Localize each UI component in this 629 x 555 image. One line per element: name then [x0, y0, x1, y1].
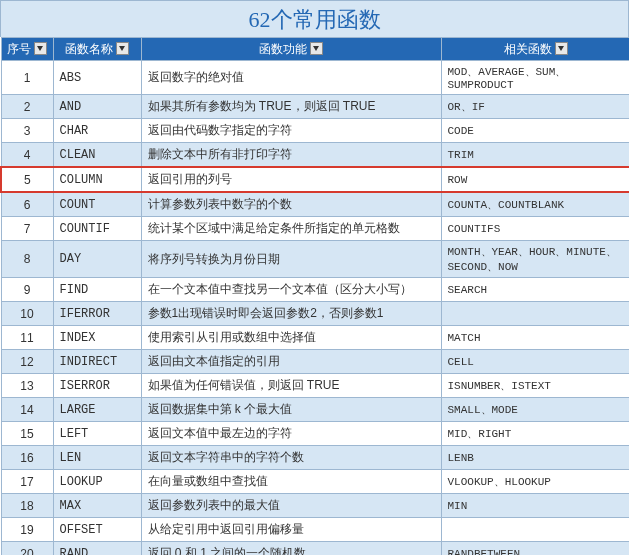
cell-rel [441, 302, 629, 326]
cell-func: 如果其所有参数均为 TRUE，则返回 TRUE [141, 95, 441, 119]
cell-rel: CELL [441, 350, 629, 374]
function-table: 序号 函数名称 函数功能 相关函数 1ABS返回数字的绝对值MOD、AVERAG… [0, 37, 629, 555]
cell-func: 返回数据集中第 k 个最大值 [141, 398, 441, 422]
cell-name: COUNTIF [53, 217, 141, 241]
cell-rel: TRIM [441, 143, 629, 168]
cell-name: DAY [53, 241, 141, 278]
cell-name: INDEX [53, 326, 141, 350]
cell-seq: 9 [1, 278, 53, 302]
cell-name: CHAR [53, 119, 141, 143]
cell-seq: 5 [1, 167, 53, 192]
table-row: 7COUNTIF统计某个区域中满足给定条件所指定的单元格数COUNTIFS [1, 217, 629, 241]
filter-dropdown-icon[interactable] [34, 42, 47, 55]
cell-rel: MONTH、YEAR、HOUR、MINUTE、SECOND、NOW [441, 241, 629, 278]
filter-dropdown-icon[interactable] [555, 42, 568, 55]
cell-seq: 2 [1, 95, 53, 119]
cell-rel: COUNTA、COUNTBLANK [441, 192, 629, 217]
table-row: 10IFERROR参数1出现错误时即会返回参数2，否则参数1 [1, 302, 629, 326]
cell-rel: SMALL、MODE [441, 398, 629, 422]
cell-func: 返回引用的列号 [141, 167, 441, 192]
cell-rel: MATCH [441, 326, 629, 350]
table-row: 17LOOKUP在向量或数组中查找值VLOOKUP、HLOOKUP [1, 470, 629, 494]
table-row: 13ISERROR如果值为任何错误值，则返回 TRUEISNUMBER、ISTE… [1, 374, 629, 398]
cell-seq: 6 [1, 192, 53, 217]
cell-name: CLEAN [53, 143, 141, 168]
cell-seq: 19 [1, 518, 53, 542]
table-row: 4CLEAN删除文本中所有非打印字符TRIM [1, 143, 629, 168]
cell-name: ABS [53, 61, 141, 95]
cell-rel: MIN [441, 494, 629, 518]
cell-name: LOOKUP [53, 470, 141, 494]
table-row: 9FIND在一个文本值中查找另一个文本值（区分大小写）SEARCH [1, 278, 629, 302]
table-row: 19OFFSET从给定引用中返回引用偏移量 [1, 518, 629, 542]
cell-func: 返回由文本值指定的引用 [141, 350, 441, 374]
table-row: 11INDEX使用索引从引用或数组中选择值MATCH [1, 326, 629, 350]
table-row: 3CHAR返回由代码数字指定的字符CODE [1, 119, 629, 143]
cell-func: 将序列号转换为月份日期 [141, 241, 441, 278]
header-rel[interactable]: 相关函数 [441, 38, 629, 61]
cell-func: 从给定引用中返回引用偏移量 [141, 518, 441, 542]
cell-name: MAX [53, 494, 141, 518]
cell-name: LEN [53, 446, 141, 470]
cell-func: 返回由代码数字指定的字符 [141, 119, 441, 143]
cell-rel: COUNTIFS [441, 217, 629, 241]
cell-name: LARGE [53, 398, 141, 422]
cell-seq: 13 [1, 374, 53, 398]
header-name[interactable]: 函数名称 [53, 38, 141, 61]
cell-seq: 14 [1, 398, 53, 422]
cell-seq: 17 [1, 470, 53, 494]
cell-seq: 3 [1, 119, 53, 143]
cell-name: FIND [53, 278, 141, 302]
header-func[interactable]: 函数功能 [141, 38, 441, 61]
cell-name: ISERROR [53, 374, 141, 398]
cell-func: 计算参数列表中数字的个数 [141, 192, 441, 217]
table-row: 18MAX返回参数列表中的最大值MIN [1, 494, 629, 518]
cell-func: 使用索引从引用或数组中选择值 [141, 326, 441, 350]
cell-rel: MID、RIGHT [441, 422, 629, 446]
cell-rel: SEARCH [441, 278, 629, 302]
cell-func: 在一个文本值中查找另一个文本值（区分大小写） [141, 278, 441, 302]
cell-name: AND [53, 95, 141, 119]
cell-name: LEFT [53, 422, 141, 446]
filter-dropdown-icon[interactable] [310, 42, 323, 55]
cell-name: OFFSET [53, 518, 141, 542]
cell-name: INDIRECT [53, 350, 141, 374]
table-row: 2AND如果其所有参数均为 TRUE，则返回 TRUEOR、IF [1, 95, 629, 119]
cell-name: COLUMN [53, 167, 141, 192]
cell-rel: CODE [441, 119, 629, 143]
cell-name: COUNT [53, 192, 141, 217]
cell-func: 返回数字的绝对值 [141, 61, 441, 95]
cell-rel [441, 518, 629, 542]
cell-func: 在向量或数组中查找值 [141, 470, 441, 494]
page-title: 62个常用函数 [0, 0, 629, 37]
table-header-row: 序号 函数名称 函数功能 相关函数 [1, 38, 629, 61]
cell-func: 如果值为任何错误值，则返回 TRUE [141, 374, 441, 398]
cell-name: RAND [53, 542, 141, 556]
cell-seq: 4 [1, 143, 53, 168]
cell-seq: 12 [1, 350, 53, 374]
cell-func: 删除文本中所有非打印字符 [141, 143, 441, 168]
cell-func: 返回文本值中最左边的字符 [141, 422, 441, 446]
filter-dropdown-icon[interactable] [116, 42, 129, 55]
header-seq[interactable]: 序号 [1, 38, 53, 61]
cell-rel: LENB [441, 446, 629, 470]
table-row: 20RAND返回 0 和 1 之间的一个随机数RANDBETWEEN [1, 542, 629, 556]
cell-func: 返回 0 和 1 之间的一个随机数 [141, 542, 441, 556]
cell-func: 返回参数列表中的最大值 [141, 494, 441, 518]
cell-seq: 11 [1, 326, 53, 350]
cell-rel: OR、IF [441, 95, 629, 119]
cell-rel: ISNUMBER、ISTEXT [441, 374, 629, 398]
table-row: 1ABS返回数字的绝对值MOD、AVERAGE、SUM、SUMPRODUCT [1, 61, 629, 95]
cell-seq: 15 [1, 422, 53, 446]
cell-seq: 8 [1, 241, 53, 278]
table-row: 12INDIRECT返回由文本值指定的引用CELL [1, 350, 629, 374]
table-row: 15LEFT返回文本值中最左边的字符MID、RIGHT [1, 422, 629, 446]
cell-rel: RANDBETWEEN [441, 542, 629, 556]
cell-seq: 16 [1, 446, 53, 470]
cell-seq: 10 [1, 302, 53, 326]
table-row: 8DAY将序列号转换为月份日期MONTH、YEAR、HOUR、MINUTE、SE… [1, 241, 629, 278]
cell-seq: 7 [1, 217, 53, 241]
cell-rel: ROW [441, 167, 629, 192]
table-row: 5COLUMN返回引用的列号ROW [1, 167, 629, 192]
table-row: 14LARGE返回数据集中第 k 个最大值SMALL、MODE [1, 398, 629, 422]
